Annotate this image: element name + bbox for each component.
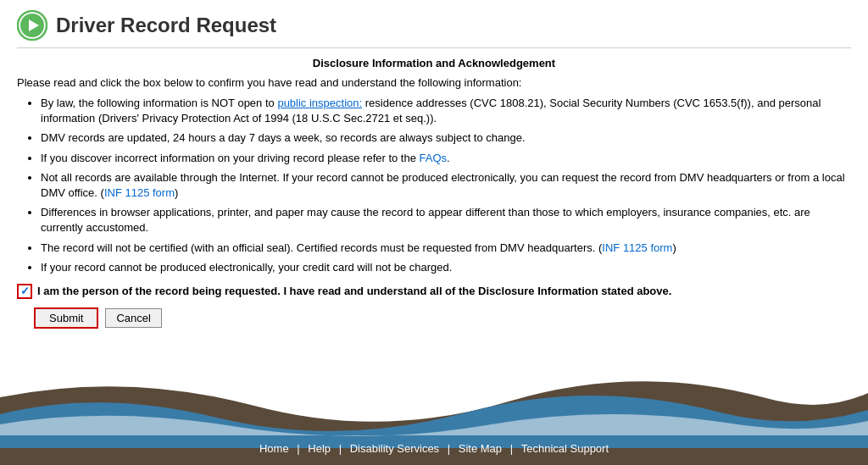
- list-item: If you discover incorrect information on…: [41, 151, 851, 166]
- list-item: By law, the following information is NOT…: [41, 96, 851, 126]
- footer-support-link[interactable]: Technical Support: [521, 442, 609, 455]
- acknowledgement-row: ✓ I am the person of the record being re…: [17, 284, 851, 299]
- button-row: Submit Cancel: [34, 307, 851, 329]
- footer-separator-4: |: [510, 442, 516, 455]
- footer-separator-2: |: [339, 442, 345, 455]
- footer-nav: Home | Help | Disability Services | Site…: [0, 442, 868, 455]
- page-title: Driver Record Request: [56, 14, 276, 37]
- faqs-link[interactable]: FAQs: [420, 152, 448, 164]
- acknowledgement-label: I am the person of the record being requ…: [37, 285, 671, 297]
- main-content: Driver Record Request Disclosure Informa…: [0, 0, 868, 363]
- section-heading: Disclosure Information and Acknowledgeme…: [17, 57, 851, 69]
- list-item: DMV records are updated, 24 hours a day …: [41, 130, 851, 146]
- public-inspection-link[interactable]: public inspection:: [277, 97, 362, 109]
- footer-sitemap-link[interactable]: Site Map: [459, 442, 502, 455]
- footer-separator-3: |: [448, 442, 453, 455]
- checkmark-icon: ✓: [20, 285, 30, 297]
- cancel-button[interactable]: Cancel: [105, 308, 161, 328]
- list-item: Differences in browser applications, pri…: [41, 205, 851, 235]
- acknowledgement-checkbox[interactable]: ✓: [17, 284, 32, 299]
- inf1125-link-1[interactable]: INF 1125 form: [104, 186, 175, 199]
- footer-separator-1: |: [297, 442, 303, 455]
- list-item: Not all records are available through th…: [41, 170, 851, 201]
- intro-text: Please read and click the box below to c…: [17, 76, 851, 89]
- footer-home-link[interactable]: Home: [259, 442, 289, 455]
- list-item: The record will not be certified (with a…: [41, 241, 851, 256]
- footer-area: Home | Help | Disability Services | Site…: [0, 363, 868, 465]
- inf1125-link-2[interactable]: INF 1125 form: [602, 241, 672, 254]
- footer-disability-link[interactable]: Disability Services: [350, 442, 439, 455]
- submit-button[interactable]: Submit: [34, 307, 98, 329]
- page-header: Driver Record Request: [17, 10, 851, 48]
- footer-help-link[interactable]: Help: [308, 442, 331, 455]
- disclosure-list: By law, the following information is NOT…: [41, 96, 851, 275]
- arrow-circle-icon: [17, 10, 47, 41]
- list-item: If your record cannot be produced electr…: [41, 260, 851, 275]
